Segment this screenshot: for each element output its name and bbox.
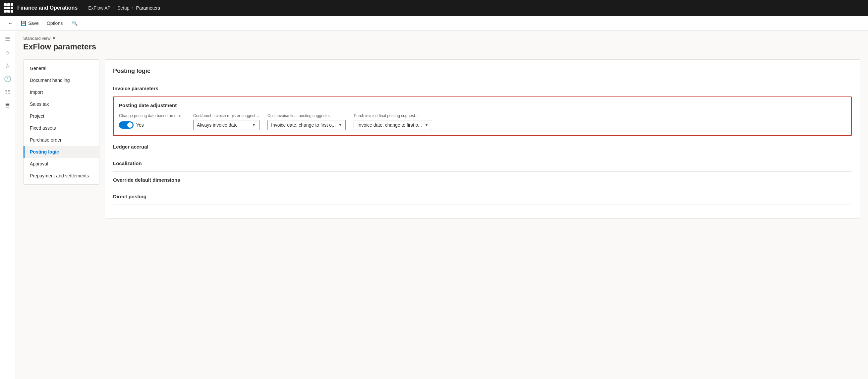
- divider-1: [113, 80, 852, 80]
- menu-item-prepayment[interactable]: Prepayment and settlements: [24, 170, 99, 182]
- section-title-posting-logic: Posting logic: [113, 68, 852, 75]
- menu-item-posting-logic[interactable]: Posting logic: [24, 146, 99, 158]
- menu-item-fixed-assets[interactable]: Fixed assets: [24, 122, 99, 134]
- nav-modules[interactable]: ≣: [2, 99, 13, 111]
- cost-purch-invoice-dropdown[interactable]: Always invoice date ▼: [193, 120, 259, 130]
- action-bar: ← 💾 Save Options 🔍: [0, 16, 868, 30]
- menu-item-purchase-order[interactable]: Purchase order: [24, 134, 99, 146]
- breadcrumb-setup[interactable]: Setup: [117, 5, 130, 10]
- menu-item-sales-tax[interactable]: Sales tax: [24, 98, 99, 110]
- menu-item-approval[interactable]: Approval: [24, 158, 99, 170]
- back-icon: ←: [8, 21, 12, 26]
- posting-box-title: Posting date adjustment: [119, 103, 846, 108]
- nav-home[interactable]: ⌂: [2, 47, 13, 58]
- cost-purch-invoice-field: Cost/purch invoice register suggested ..…: [193, 113, 259, 130]
- sep-direct: [113, 205, 852, 205]
- menu-item-document-handling[interactable]: Document handling: [24, 74, 99, 86]
- search-icon: 🔍: [72, 21, 78, 26]
- right-panel: Posting logic Invoice parameters Posting…: [105, 59, 860, 218]
- purch-invoice-final-value: Invoice date, change to first o...: [357, 122, 422, 128]
- breadcrumb-sep-1: ›: [113, 6, 115, 10]
- standard-view-label: Standard view: [23, 36, 51, 41]
- left-menu: General Document handling Import Sales t…: [23, 59, 99, 185]
- cost-invoice-final-dropdown[interactable]: Invoice date, change to first o... ▼: [268, 120, 346, 130]
- dropdown-chevron-2: ▼: [338, 123, 342, 127]
- change-posting-date-label: Change posting date based on modul...: [119, 113, 185, 118]
- posting-date-adjustment-box: Posting date adjustment Change posting d…: [113, 96, 852, 136]
- app-grid-icon[interactable]: [4, 3, 13, 12]
- breadcrumb-sep-2: ›: [132, 6, 133, 10]
- purch-invoice-final-label: Purch invoice final posting suggested ..…: [353, 113, 420, 118]
- dropdown-chevron-3: ▼: [425, 123, 429, 127]
- purch-invoice-final-field: Purch invoice final posting suggested ..…: [353, 113, 432, 130]
- section-localization[interactable]: Localization: [113, 161, 852, 166]
- main-content: Standard view ▼ ExFlow parameters Genera…: [15, 30, 868, 379]
- section-override-dimensions[interactable]: Override default dimensions: [113, 177, 852, 183]
- posting-date-toggle[interactable]: [119, 121, 133, 129]
- toggle-slider: [119, 121, 133, 129]
- breadcrumb-parameters: Parameters: [136, 5, 160, 10]
- page-title: ExFlow parameters: [23, 42, 860, 51]
- cost-invoice-final-value: Invoice date, change to first o...: [271, 122, 336, 128]
- main-layout: ☰ ⌂ ☆ 🕐 ☷ ≣ Standard view ▼ ExFlow param…: [0, 30, 868, 379]
- cost-invoice-final-label: Cost invoice final posting suggested p..…: [268, 113, 334, 118]
- brand-title: Finance and Operations: [17, 5, 78, 11]
- save-icon: 💾: [21, 21, 26, 26]
- cost-purch-invoice-label: Cost/purch invoice register suggested ..…: [193, 113, 259, 118]
- search-button[interactable]: 🔍: [69, 19, 80, 27]
- content-area: General Document handling Import Sales t…: [15, 59, 868, 227]
- breadcrumb: ExFlow AP › Setup › Parameters: [88, 5, 160, 10]
- page-header: Standard view ▼ ExFlow parameters: [15, 30, 868, 59]
- sep-localization: [113, 171, 852, 172]
- toggle-row: Yes: [119, 121, 185, 129]
- left-icon-nav: ☰ ⌂ ☆ 🕐 ☷ ≣: [0, 30, 15, 379]
- save-label: Save: [28, 21, 39, 26]
- nav-workspaces[interactable]: ☷: [2, 86, 13, 98]
- sep-override: [113, 188, 852, 188]
- menu-item-project[interactable]: Project: [24, 110, 99, 122]
- top-bar: Finance and Operations ExFlow AP › Setup…: [0, 0, 868, 16]
- nav-recent[interactable]: 🕐: [2, 73, 13, 85]
- breadcrumb-exflow[interactable]: ExFlow AP: [88, 5, 111, 10]
- standard-view-dropdown[interactable]: Standard view ▼: [23, 36, 860, 41]
- standard-view-chevron: ▼: [52, 36, 56, 41]
- toggle-value-label: Yes: [136, 122, 144, 128]
- cost-invoice-final-field: Cost invoice final posting suggested p..…: [268, 113, 346, 130]
- save-button[interactable]: 💾 Save: [18, 19, 41, 27]
- sep-ledger: [113, 155, 852, 155]
- menu-item-import[interactable]: Import: [24, 86, 99, 98]
- section-direct-posting[interactable]: Direct posting: [113, 194, 852, 199]
- back-button[interactable]: ←: [5, 19, 15, 27]
- purch-invoice-final-dropdown[interactable]: Invoice date, change to first o... ▼: [353, 120, 432, 130]
- options-button[interactable]: Options: [44, 19, 65, 27]
- change-posting-date-field: Change posting date based on modul... Ye…: [119, 113, 185, 129]
- cost-purch-invoice-value: Always invoice date: [197, 122, 238, 128]
- nav-favorites[interactable]: ☆: [2, 60, 13, 71]
- section-ledger-accrual[interactable]: Ledger accrual: [113, 144, 852, 150]
- fields-row: Change posting date based on modul... Ye…: [119, 113, 846, 130]
- dropdown-chevron-1: ▼: [252, 123, 256, 127]
- menu-item-general[interactable]: General: [24, 62, 99, 74]
- nav-hamburger[interactable]: ☰: [2, 33, 13, 45]
- options-label: Options: [47, 21, 63, 26]
- invoice-params-title: Invoice parameters: [113, 86, 852, 91]
